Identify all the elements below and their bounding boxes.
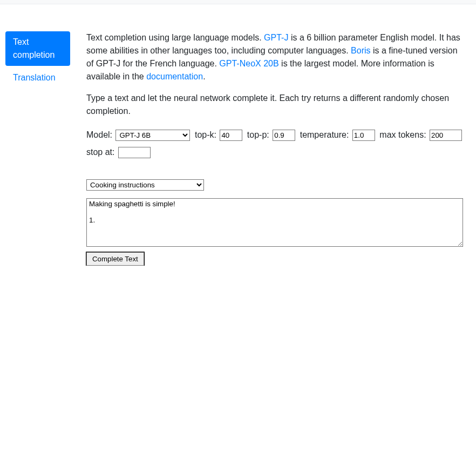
stopat-input[interactable]	[118, 147, 151, 158]
model-label: Model:	[86, 130, 112, 139]
temperature-input[interactable]	[352, 130, 375, 141]
topk-label: top-k:	[195, 130, 216, 139]
topp-input[interactable]	[273, 130, 295, 141]
topk-input[interactable]	[220, 130, 242, 141]
maxtokens-label: max tokens:	[379, 130, 426, 139]
sidebar-item-translation[interactable]: Translation	[5, 67, 70, 89]
sidebar: Text completion Translation	[0, 31, 76, 266]
model-select[interactable]: GPT-J 6B	[115, 130, 190, 141]
parameters-row: Model: GPT-J 6B top-k: top-p: temperatur…	[86, 126, 463, 161]
prompt-textarea[interactable]	[86, 198, 463, 247]
top-bar	[0, 0, 476, 4]
main-content: Text completion using large language mod…	[76, 31, 470, 266]
sidebar-item-text-completion[interactable]: Text completion	[5, 31, 70, 66]
instructions-paragraph: Type a text and let the neural network c…	[86, 92, 463, 118]
temperature-label: temperature:	[300, 130, 349, 139]
link-boris[interactable]: Boris	[351, 46, 370, 55]
desc-text: Text completion using large language mod…	[86, 33, 264, 42]
desc-text: .	[203, 72, 205, 81]
stopat-label: stop at:	[86, 147, 114, 157]
link-documentation[interactable]: documentation	[146, 72, 203, 81]
example-select[interactable]: Cooking instructions	[86, 179, 204, 191]
maxtokens-input[interactable]	[430, 130, 462, 141]
link-gptneox[interactable]: GPT-NeoX 20B	[219, 59, 278, 68]
topp-label: top-p:	[247, 130, 269, 139]
complete-text-button[interactable]: Complete Text	[86, 252, 144, 266]
description-paragraph: Text completion using large language mod…	[86, 31, 463, 83]
link-gptj[interactable]: GPT-J	[264, 33, 288, 42]
